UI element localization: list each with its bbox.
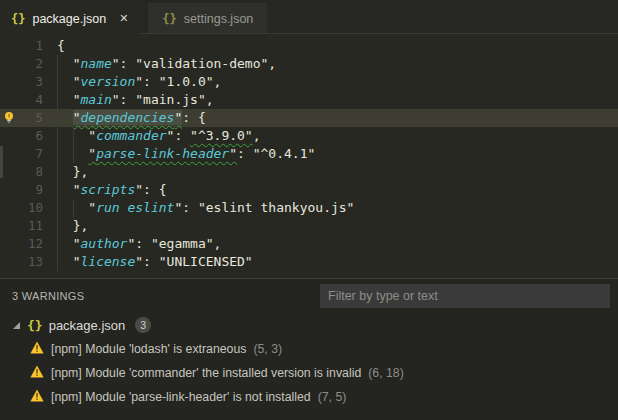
code-line[interactable]: 6 "commander": "^3.9.0", xyxy=(0,127,618,145)
json-file-icon: {} xyxy=(27,318,43,333)
code-line[interactable]: 5 "dependencies": { xyxy=(0,109,618,127)
code-token: "^0.4.1" xyxy=(253,146,316,161)
code-line[interactable]: 11 }, xyxy=(0,217,618,235)
code-token: ": xyxy=(174,200,197,215)
indent-spaces xyxy=(57,182,73,197)
line-content: "name": "validation-demo", xyxy=(57,55,618,73)
code-token: run eslint xyxy=(96,200,174,215)
line-gutter: 6 xyxy=(0,127,57,145)
problem-item[interactable]: [npm] Module 'parse-link-header' is not … xyxy=(0,385,618,409)
indent-spaces xyxy=(57,164,73,179)
code-line[interactable]: 7 "parse-link-header": "^0.4.1" xyxy=(0,145,618,163)
problem-message: [npm] Module 'commander' the installed v… xyxy=(51,366,361,380)
code-token: version xyxy=(80,74,135,89)
indent-guide-line xyxy=(57,253,58,271)
code-token: { xyxy=(57,38,65,53)
code-token: ": { xyxy=(135,182,166,197)
code-token: main xyxy=(80,92,111,107)
indent-guide-line xyxy=(57,235,58,253)
code-line[interactable]: 9 "scripts": { xyxy=(0,181,618,199)
code-token: ": xyxy=(112,92,135,107)
code-token: ": xyxy=(127,236,150,251)
indent-guide-line xyxy=(57,73,58,91)
line-gutter: 2 xyxy=(0,55,57,73)
indent-spaces xyxy=(57,92,73,107)
line-number: 7 xyxy=(35,145,43,163)
problems-summary: 3 WARNINGS xyxy=(12,290,84,302)
line-content: "license": "UNLICENSED" xyxy=(57,253,618,271)
code-token: "egamma", xyxy=(151,236,221,251)
line-number: 10 xyxy=(28,199,43,217)
indent-spaces xyxy=(57,110,73,125)
warning-icon xyxy=(30,364,44,382)
tab-bar: {} package.json ✕ {} settings.json xyxy=(0,0,618,34)
line-gutter: 8 xyxy=(0,163,57,181)
indent-guide-line xyxy=(57,181,58,199)
code-line[interactable]: 8 }, xyxy=(0,163,618,181)
tab-package-json[interactable]: {} package.json ✕ xyxy=(0,3,139,34)
code-token: ": xyxy=(112,56,135,71)
code-token: ": xyxy=(135,74,158,89)
problem-item[interactable]: [npm] Module 'commander' the installed v… xyxy=(0,361,618,385)
code-token: "UNLICENSED" xyxy=(159,254,253,269)
code-token: commander xyxy=(96,128,166,143)
code-token: "eslint thankyou.js" xyxy=(198,200,355,215)
indent-guide-line xyxy=(73,127,74,145)
problems-file-group[interactable]: {} package.json 3 xyxy=(0,313,618,337)
code-token: " xyxy=(229,146,237,161)
indent-guide-line xyxy=(57,109,58,127)
problem-item[interactable]: [npm] Module 'lodash' is extraneous(5, 3… xyxy=(0,337,618,361)
line-number: 12 xyxy=(28,235,43,253)
expand-twistie-icon[interactable] xyxy=(12,321,21,330)
line-content: "commander": "^3.9.0", xyxy=(57,127,618,145)
editor[interactable]: 1{2 "name": "validation-demo",3 "version… xyxy=(0,34,618,278)
indent-spaces xyxy=(57,254,73,269)
line-content: "run eslint": "eslint thankyou.js" xyxy=(57,199,618,217)
code-token: , xyxy=(253,128,261,143)
line-content: { xyxy=(57,37,618,55)
line-gutter: 7 xyxy=(0,145,57,163)
line-gutter: 11 xyxy=(0,217,57,235)
line-gutter: 13 xyxy=(0,253,57,271)
line-number: 3 xyxy=(35,73,43,91)
code-token: }, xyxy=(73,218,89,233)
indent-guide-line xyxy=(57,55,58,73)
indent-guide-line xyxy=(57,145,58,163)
line-content: "parse-link-header": "^0.4.1" xyxy=(57,145,618,163)
code-line[interactable]: 13 "license": "UNLICENSED" xyxy=(0,253,618,271)
problems-panel: 3 WARNINGS {} package.json 3 [npm] Modul… xyxy=(0,278,618,420)
code-token: : xyxy=(237,146,253,161)
gutter-decoration xyxy=(0,146,3,178)
code-line[interactable]: 3 "version": "1.0.0", xyxy=(0,73,618,91)
code-line[interactable]: 1{ xyxy=(0,37,618,55)
problem-position: (6, 18) xyxy=(368,366,404,380)
line-gutter: 10 xyxy=(0,199,57,217)
code-token: " xyxy=(88,128,96,143)
line-content: "dependencies": { xyxy=(57,109,618,127)
close-icon[interactable]: ✕ xyxy=(119,12,128,25)
code-token: "1.0.0", xyxy=(159,74,222,89)
code-line[interactable]: 2 "name": "validation-demo", xyxy=(0,55,618,73)
line-content: "main": "main.js", xyxy=(57,91,618,109)
line-gutter: 3 xyxy=(0,73,57,91)
line-content: }, xyxy=(57,217,618,235)
line-number: 8 xyxy=(35,163,43,181)
indent-guide-line xyxy=(57,127,58,145)
code-token: " xyxy=(88,146,96,161)
problems-filter-input[interactable] xyxy=(320,284,610,308)
code-token: scripts xyxy=(80,182,135,197)
code-line[interactable]: 12 "author": "egamma", xyxy=(0,235,618,253)
tab-label: settings.json xyxy=(184,12,253,26)
indent-guide-line xyxy=(73,199,74,217)
json-file-icon: {} xyxy=(11,12,25,26)
line-number: 1 xyxy=(35,37,43,55)
code-line[interactable]: 10 "run eslint": "eslint thankyou.js" xyxy=(0,199,618,217)
line-number: 5 xyxy=(35,109,43,127)
warning-icon xyxy=(30,388,44,406)
line-content: "scripts": { xyxy=(57,181,618,199)
tab-settings-json[interactable]: {} settings.json xyxy=(148,3,267,34)
line-content: "author": "egamma", xyxy=(57,235,618,253)
code-line[interactable]: 4 "main": "main.js", xyxy=(0,91,618,109)
line-number: 4 xyxy=(35,91,43,109)
problem-message: [npm] Module 'lodash' is extraneous xyxy=(51,342,246,356)
